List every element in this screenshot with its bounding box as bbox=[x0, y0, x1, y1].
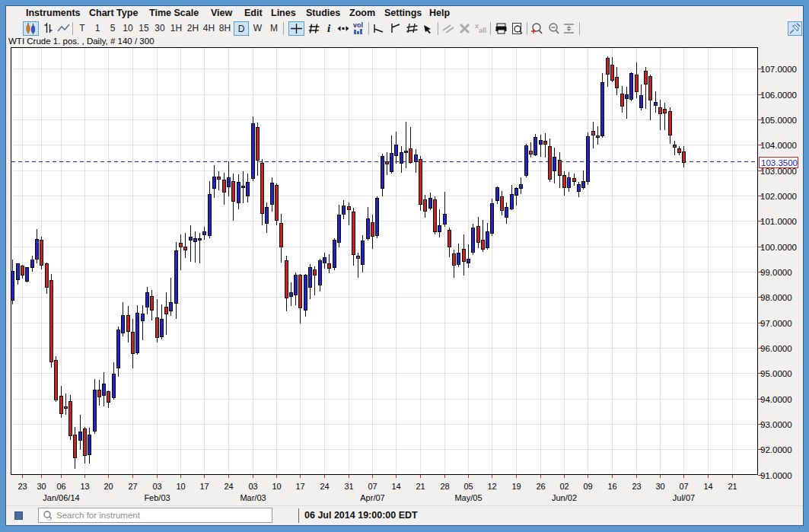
svg-text:98.0000: 98.0000 bbox=[760, 293, 792, 302]
svg-text:104.0000: 104.0000 bbox=[760, 141, 797, 150]
svg-text:23: 23 bbox=[632, 482, 641, 491]
svg-text:106.0000: 106.0000 bbox=[760, 91, 797, 100]
svg-text:07: 07 bbox=[368, 482, 377, 491]
svg-text:31: 31 bbox=[344, 482, 353, 491]
svg-text:103.3500: 103.3500 bbox=[761, 158, 798, 167]
svg-text:27: 27 bbox=[128, 482, 137, 491]
svg-text:10: 10 bbox=[176, 482, 185, 491]
svg-text:02: 02 bbox=[559, 482, 569, 491]
svg-text:95.0000: 95.0000 bbox=[760, 369, 792, 378]
svg-text:Mar/03: Mar/03 bbox=[240, 493, 266, 502]
svg-text:19: 19 bbox=[511, 482, 521, 491]
svg-text:14: 14 bbox=[391, 482, 400, 491]
svg-text:24: 24 bbox=[320, 482, 329, 491]
svg-text:Jul/07: Jul/07 bbox=[673, 493, 695, 502]
svg-text:99.0000: 99.0000 bbox=[760, 268, 792, 277]
svg-text:Feb/03: Feb/03 bbox=[144, 493, 170, 502]
svg-text:vol: vol bbox=[353, 21, 363, 29]
svg-text:WTI Crude 1. pos. , Daily, # 1: WTI Crude 1. pos. , Daily, # 140 / 300 bbox=[8, 37, 154, 46]
svg-text:03: 03 bbox=[152, 482, 161, 491]
svg-text:23: 23 bbox=[18, 482, 27, 491]
svg-text:92.0000: 92.0000 bbox=[760, 445, 792, 454]
svg-text:96.0000: 96.0000 bbox=[760, 344, 792, 353]
svg-text:17: 17 bbox=[295, 482, 304, 491]
svg-text:06: 06 bbox=[56, 482, 65, 491]
svg-text:91.0000: 91.0000 bbox=[760, 471, 792, 480]
svg-text:100.0000: 100.0000 bbox=[760, 243, 797, 252]
svg-text:102.0000: 102.0000 bbox=[760, 192, 797, 201]
svg-text:30: 30 bbox=[37, 482, 46, 491]
svg-text:24: 24 bbox=[224, 482, 233, 491]
svg-text:17: 17 bbox=[199, 482, 209, 491]
svg-text:30: 30 bbox=[655, 482, 664, 491]
svg-text:09: 09 bbox=[583, 482, 592, 491]
svg-text:97.0000: 97.0000 bbox=[760, 319, 792, 328]
svg-text:20: 20 bbox=[104, 482, 113, 491]
svg-text:12: 12 bbox=[487, 482, 496, 491]
svg-text:26: 26 bbox=[536, 482, 545, 491]
svg-text:May/05: May/05 bbox=[454, 493, 482, 502]
svg-text:94.0000: 94.0000 bbox=[760, 395, 792, 404]
svg-text:101.0000: 101.0000 bbox=[760, 217, 797, 226]
svg-text:Apr/07: Apr/07 bbox=[360, 493, 384, 502]
svg-text:93.0000: 93.0000 bbox=[760, 420, 792, 429]
svg-text:all: all bbox=[479, 27, 486, 34]
svg-text:21: 21 bbox=[728, 482, 737, 491]
svg-text:03: 03 bbox=[248, 482, 257, 491]
svg-text:10: 10 bbox=[272, 482, 281, 491]
svg-text:Jan/06/14: Jan/06/14 bbox=[43, 493, 79, 502]
svg-text:28: 28 bbox=[440, 482, 449, 491]
svg-text:21: 21 bbox=[416, 482, 425, 491]
svg-text:13: 13 bbox=[80, 482, 89, 491]
svg-text:105.0000: 105.0000 bbox=[760, 116, 797, 125]
svg-text:107.0000: 107.0000 bbox=[760, 65, 797, 74]
svg-text:07: 07 bbox=[679, 482, 688, 491]
svg-text:05: 05 bbox=[463, 482, 473, 491]
svg-text:Jun/02: Jun/02 bbox=[552, 493, 577, 502]
svg-text:14: 14 bbox=[703, 482, 712, 491]
svg-text:16: 16 bbox=[607, 482, 616, 491]
